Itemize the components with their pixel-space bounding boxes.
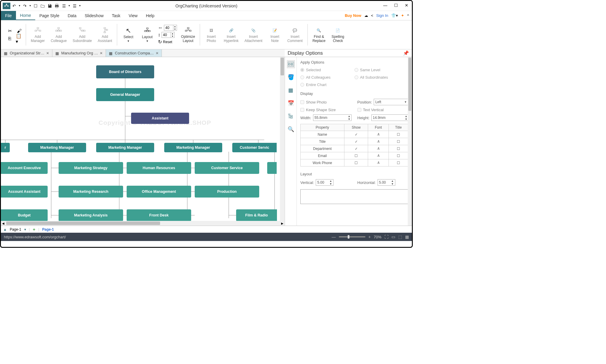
node-m2[interactable]: Marketing Manager xyxy=(96,143,154,152)
apps-icon[interactable]: ✦ xyxy=(401,13,404,18)
insert-attachment-button[interactable]: 📎Insert Attachment xyxy=(243,26,264,44)
reset-button[interactable]: ↻Reset xyxy=(158,39,177,45)
menu-file[interactable]: File xyxy=(1,11,16,20)
vspace-spinner[interactable]: 40▲▼ xyxy=(162,32,175,38)
copy-button[interactable]: ⎘ xyxy=(6,35,13,42)
scroll-left-icon[interactable]: ◀ xyxy=(1,221,6,226)
node-c5a[interactable] xyxy=(267,162,277,174)
menu-help[interactable]: Help xyxy=(142,11,159,20)
menu-task[interactable]: Task xyxy=(108,11,125,20)
tab-card-icon[interactable] xyxy=(287,60,295,68)
check-keep-shape[interactable]: Keep Shape Size xyxy=(300,106,352,113)
panel-scrollbar[interactable] xyxy=(408,57,412,226)
buy-now-link[interactable]: Buy Now xyxy=(345,13,361,18)
share-icon[interactable]: < xyxy=(371,13,373,18)
position-combo[interactable]: Left▼ xyxy=(374,99,408,105)
node-c3a[interactable]: Human Resources xyxy=(127,162,191,174)
node-c4b[interactable]: Production xyxy=(195,186,259,198)
close-icon[interactable]: ✕ xyxy=(46,51,49,55)
close-button[interactable]: ✕ xyxy=(401,1,412,10)
insert-note-button[interactable]: 📝Insert Note xyxy=(267,26,283,44)
page-nav-up-icon[interactable]: ▲ xyxy=(3,227,7,232)
node-c1c[interactable]: Budget xyxy=(1,209,48,221)
menu-page-style[interactable]: Page Style xyxy=(35,11,64,20)
radio-all-colleagues[interactable]: All Colleagues xyxy=(300,74,354,81)
zoom-in-button[interactable]: + xyxy=(368,234,371,239)
close-icon[interactable]: ✕ xyxy=(156,51,159,55)
print-button[interactable] xyxy=(54,3,60,9)
maximize-button[interactable]: ☐ xyxy=(391,1,401,10)
node-c1b[interactable]: Account Assistant xyxy=(1,186,48,198)
pin-icon[interactable]: 📌 xyxy=(403,50,409,56)
check-show-photo[interactable]: Show Photo xyxy=(300,98,352,106)
node-c2c[interactable]: Marketing Analysis xyxy=(59,209,123,221)
doctab-1[interactable]: ▦Manufacturing Org …✕ xyxy=(52,49,106,57)
menu-slideshow[interactable]: Slideshow xyxy=(80,11,108,20)
vertical-scrollbar[interactable] xyxy=(280,57,285,226)
node-c3b[interactable]: Office Management xyxy=(127,186,191,198)
close-icon[interactable]: ✕ xyxy=(100,51,103,55)
cloud-icon[interactable]: ☁ xyxy=(364,13,368,18)
tab-fill-icon[interactable]: 🪣 xyxy=(287,73,295,81)
grid-icon[interactable]: ▦ xyxy=(405,234,409,239)
sign-in-link[interactable]: Sign In xyxy=(376,13,388,18)
options-caret[interactable]: ▼ xyxy=(68,3,71,9)
spelling-check-button[interactable]: 📄Spelling Check xyxy=(330,26,346,44)
insert-comment-button[interactable]: 💬Insert Comment xyxy=(286,26,304,44)
node-c3c[interactable]: Front Desk xyxy=(127,209,191,221)
height-spinner[interactable]: 14.9mm▲▼ xyxy=(371,114,408,121)
layout-button[interactable]: Layout▼ xyxy=(139,26,156,44)
find-replace-button[interactable]: 🔍Find & Replace xyxy=(311,26,327,44)
node-c2a[interactable]: Marketing Strategy xyxy=(59,162,123,174)
node-c2b[interactable]: Marketing Research xyxy=(59,186,123,198)
add-subordinate-button[interactable]: Add Subordinate xyxy=(71,26,94,44)
collapse-ribbon-icon[interactable]: ^ xyxy=(407,13,409,18)
undo-caret[interactable]: ▼ xyxy=(18,3,21,9)
node-m0[interactable]: r xyxy=(1,143,10,152)
fit-page-icon[interactable]: ▭ xyxy=(391,234,395,239)
list-caret[interactable]: ▼ xyxy=(78,3,81,9)
radio-same-level[interactable]: Same Level xyxy=(354,66,409,74)
add-assistant-button[interactable]: Add Assistant xyxy=(96,26,114,44)
tab-calendar-icon[interactable]: 📅 xyxy=(287,99,295,107)
add-page-button[interactable]: + xyxy=(33,227,36,232)
node-c4a[interactable]: Customer Service xyxy=(195,162,259,174)
cut-button[interactable]: ✂ xyxy=(6,27,13,35)
new-button[interactable]: ☐ xyxy=(32,3,39,9)
node-m1[interactable]: Marketing Manager xyxy=(28,143,86,152)
tab-search-icon[interactable]: 🔍 xyxy=(287,125,295,133)
select-button[interactable]: ↖Select▼ xyxy=(120,26,137,44)
fit-selection-icon[interactable]: ⛶ xyxy=(384,234,389,239)
insert-hyperlink-button[interactable]: 🔗Insert Hyperlink xyxy=(222,26,240,44)
menu-view[interactable]: View xyxy=(125,11,142,20)
page-tab-1[interactable]: Page-1 xyxy=(42,227,54,232)
fit-width-icon[interactable]: ⬚ xyxy=(398,234,402,239)
menu-home[interactable]: Home xyxy=(16,11,35,20)
zoom-slider[interactable] xyxy=(339,236,365,237)
node-m4[interactable]: Customer Servic xyxy=(232,143,277,152)
node-bod[interactable]: Board of Directors xyxy=(96,65,154,78)
optimize-layout-button[interactable]: Optimize Layout xyxy=(179,26,197,44)
insert-photo-button[interactable]: 🖼Insert Photo xyxy=(203,26,220,44)
save-button[interactable] xyxy=(46,3,53,9)
radio-all-subordinates[interactable]: All Subordinates xyxy=(354,74,409,81)
radio-selected[interactable]: Selected xyxy=(300,66,354,74)
paste-button[interactable]: 📋▾ xyxy=(16,35,23,42)
node-c4c[interactable]: Film & Radio xyxy=(236,209,277,221)
open-button[interactable] xyxy=(39,3,46,9)
redo-button[interactable]: ↷ xyxy=(22,3,28,9)
node-gm[interactable]: General Manager xyxy=(96,88,154,101)
tshirt-icon[interactable]: 👕▾ xyxy=(391,13,398,18)
check-text-vertical[interactable]: Text Vertical xyxy=(357,106,409,113)
list-button[interactable]: ☰ xyxy=(71,3,78,9)
minimize-button[interactable]: — xyxy=(380,1,391,10)
undo-button[interactable]: ↶ xyxy=(11,3,17,9)
app-icon[interactable] xyxy=(3,3,10,9)
add-manager-button[interactable]: Add Manager xyxy=(29,26,46,44)
add-colleague-button[interactable]: Add Colleague xyxy=(49,26,68,44)
hspace-spinner[interactable]: 40▲▼ xyxy=(164,25,177,31)
page-nav-caret-icon[interactable]: ▾ xyxy=(24,227,26,232)
tab-hierarchy-icon[interactable] xyxy=(287,112,295,120)
menu-data[interactable]: Data xyxy=(64,11,81,20)
zoom-out-button[interactable]: — xyxy=(332,234,336,239)
